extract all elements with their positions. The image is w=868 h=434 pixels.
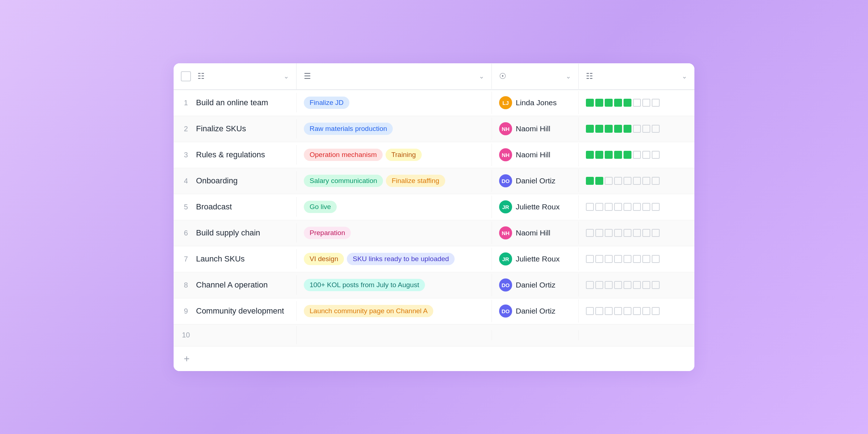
- milestone-cell: 3Rules & regulations: [174, 145, 297, 165]
- owner-cell: [492, 330, 579, 340]
- action-tag[interactable]: SKU links ready to be uploaded: [347, 253, 455, 265]
- progress-square: [624, 99, 631, 107]
- progress-square: [652, 307, 660, 315]
- action-tag[interactable]: Raw materials production: [304, 123, 393, 135]
- owner-name: Juliette Roux: [516, 255, 559, 263]
- owner-name: Naomi Hill: [516, 150, 550, 159]
- milestone-header[interactable]: ☷ ⌄: [174, 63, 297, 89]
- progress-square: [642, 151, 650, 159]
- progress-cell: [579, 224, 694, 242]
- progress-square: [633, 281, 641, 289]
- progress-square: [595, 307, 603, 315]
- action-tag[interactable]: Preparation: [304, 227, 351, 239]
- table-row[interactable]: 6Build supply chainPreparationNHNaomi Hi…: [174, 220, 694, 246]
- milestone-name: Build supply chain: [196, 228, 260, 238]
- table-row[interactable]: 4OnboardingSalary communicationFinalize …: [174, 168, 694, 194]
- owner-header[interactable]: ☉ ⌄: [492, 64, 579, 89]
- progress-square: [595, 151, 603, 159]
- action-tag[interactable]: Launch community page on Channel A: [304, 305, 433, 317]
- action-cell: Launch community page on Channel A: [297, 300, 492, 322]
- progress-square: [605, 125, 613, 133]
- progress-squares: [586, 255, 660, 263]
- action-cell: [297, 330, 492, 340]
- table-row[interactable]: 7Launch SKUsVI designSKU links ready to …: [174, 246, 694, 272]
- avatar: NH: [499, 226, 512, 239]
- main-card: ☷ ⌄ ☰ ⌄ ☉ ⌄ ☷ ⌄ 1Build an online teamFin…: [174, 63, 694, 371]
- milestone-name: Rules & regulations: [196, 150, 265, 159]
- action-tag[interactable]: Salary communication: [304, 175, 383, 187]
- table-header: ☷ ⌄ ☰ ⌄ ☉ ⌄ ☷ ⌄: [174, 63, 694, 90]
- action-tag[interactable]: VI design: [304, 253, 344, 265]
- progress-square: [605, 255, 613, 263]
- progress-square: [624, 151, 631, 159]
- progress-cell: [579, 146, 694, 164]
- table-row[interactable]: 5BroadcastGo liveJRJuliette Roux: [174, 194, 694, 220]
- progress-square: [624, 203, 631, 211]
- row-number: 6: [181, 229, 191, 237]
- progress-square: [652, 255, 660, 263]
- progress-square: [642, 255, 650, 263]
- progress-square: [614, 203, 622, 211]
- owner-cell: NHNaomi Hill: [492, 143, 579, 166]
- progress-square: [652, 203, 660, 211]
- progress-squares: [586, 229, 660, 237]
- row-number: 5: [181, 203, 191, 211]
- owner-name: Naomi Hill: [516, 229, 550, 237]
- table-body: 1Build an online teamFinalize JDLJLinda …: [174, 90, 694, 346]
- progress-cell: [579, 94, 694, 112]
- progress-square: [633, 99, 641, 107]
- table-row[interactable]: 3Rules & regulationsOperation mechanismT…: [174, 142, 694, 168]
- progress-square: [586, 99, 594, 107]
- row-number: 9: [181, 307, 191, 315]
- action-tag[interactable]: Finalize staffing: [386, 175, 445, 187]
- avatar: JR: [499, 200, 512, 213]
- row-number: 3: [181, 151, 191, 159]
- progress-squares: [586, 99, 660, 107]
- progress-square: [586, 255, 594, 263]
- progress-square: [633, 125, 641, 133]
- action-cell: Raw materials production: [297, 118, 492, 140]
- milestone-name: Build an online team: [196, 98, 268, 107]
- action-cell: Operation mechanismTraining: [297, 144, 492, 166]
- action-cell: 100+ KOL posts from July to August: [297, 274, 492, 296]
- action-cell: Salary communicationFinalize staffing: [297, 170, 492, 192]
- progress-square: [605, 177, 613, 185]
- progress-square: [624, 229, 631, 237]
- action-plan-header[interactable]: ☰ ⌄: [297, 64, 492, 89]
- milestone-name: Launch SKUs: [196, 254, 245, 264]
- action-tag[interactable]: Go live: [304, 201, 337, 213]
- progress-square: [586, 177, 594, 185]
- add-row-button[interactable]: +: [174, 346, 694, 371]
- header-checkbox[interactable]: [181, 71, 191, 81]
- avatar: NH: [499, 148, 512, 161]
- table-row[interactable]: 8Channel A operation100+ KOL posts from …: [174, 272, 694, 298]
- progress-square: [605, 99, 613, 107]
- table-row[interactable]: 10: [174, 324, 694, 346]
- table-row[interactable]: 1Build an online teamFinalize JDLJLinda …: [174, 90, 694, 116]
- action-tag[interactable]: Operation mechanism: [304, 149, 383, 161]
- avatar: LJ: [499, 96, 512, 109]
- progress-square: [633, 229, 641, 237]
- progress-square: [624, 125, 631, 133]
- progress-squares: [586, 281, 660, 289]
- progress-square: [633, 255, 641, 263]
- milestone-name: Onboarding: [196, 176, 238, 186]
- action-tag[interactable]: Finalize JD: [304, 97, 349, 109]
- progress-square: [595, 203, 603, 211]
- progress-square: [614, 307, 622, 315]
- progress-square: [642, 99, 650, 107]
- progress-square: [605, 151, 613, 159]
- progress-square: [614, 99, 622, 107]
- table-row[interactable]: 9Community developmentLaunch community p…: [174, 298, 694, 324]
- progress-cell: [579, 276, 694, 294]
- action-tag[interactable]: 100+ KOL posts from July to August: [304, 279, 425, 291]
- progress-square: [595, 99, 603, 107]
- milestone-cell: 8Channel A operation: [174, 275, 297, 295]
- owner-name: Daniel Ortiz: [516, 281, 556, 289]
- action-tag[interactable]: Training: [386, 149, 422, 161]
- row-number: 8: [181, 281, 191, 289]
- progress-square: [595, 255, 603, 263]
- table-row[interactable]: 2Finalize SKUsRaw materials productionNH…: [174, 116, 694, 142]
- progress-header[interactable]: ☷ ⌄: [579, 64, 694, 89]
- row-number: 1: [181, 99, 191, 107]
